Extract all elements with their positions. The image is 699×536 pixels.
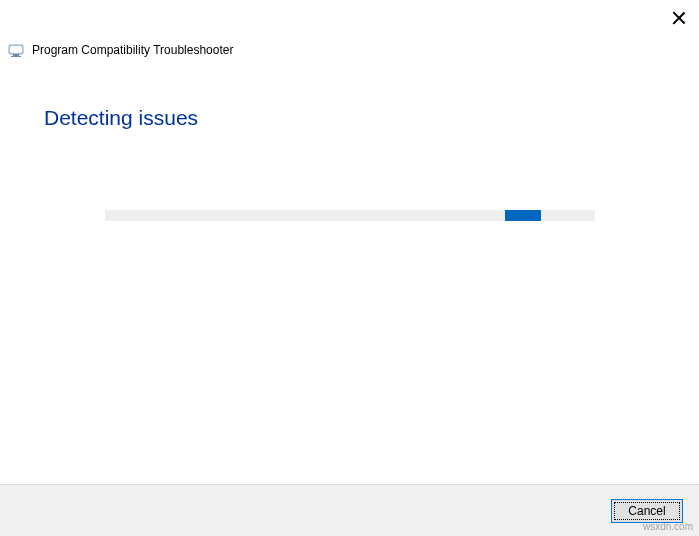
- troubleshooter-icon: [8, 42, 24, 58]
- dialog-footer: Cancel: [0, 484, 699, 536]
- window-title: Program Compatibility Troubleshooter: [32, 43, 233, 57]
- window-header: Program Compatibility Troubleshooter: [0, 36, 699, 68]
- progress-area: [0, 130, 699, 221]
- svg-rect-3: [11, 47, 22, 53]
- cancel-button[interactable]: Cancel: [611, 499, 683, 523]
- page-heading: Detecting issues: [0, 68, 699, 130]
- svg-rect-1: [13, 54, 19, 56]
- svg-rect-2: [11, 56, 21, 57]
- close-icon[interactable]: [671, 10, 687, 26]
- titlebar: [0, 0, 699, 36]
- progress-chunk: [505, 210, 541, 221]
- progress-bar: [105, 210, 595, 221]
